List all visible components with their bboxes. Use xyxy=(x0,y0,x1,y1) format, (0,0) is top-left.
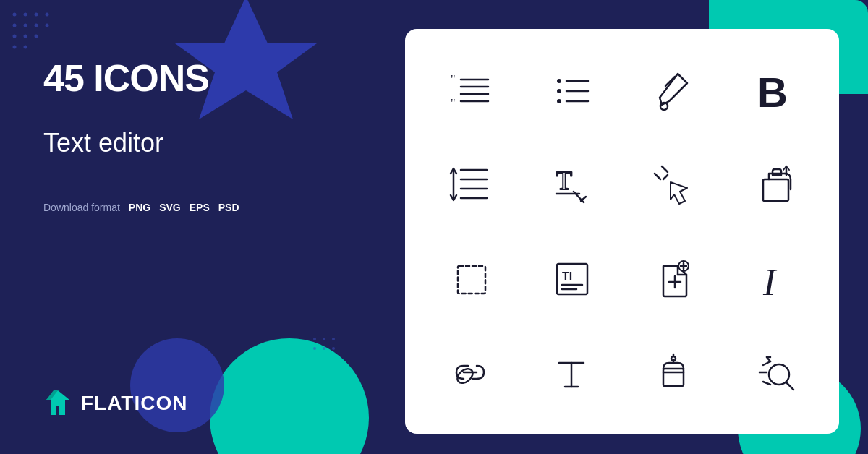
svg-line-63 xyxy=(581,197,586,201)
icon-eyedropper xyxy=(622,43,723,137)
icon-line-spacing xyxy=(420,137,521,231)
svg-text:": " xyxy=(451,97,456,109)
svg-text:I: I xyxy=(762,262,778,303)
icons-count-title: 45 ICONS xyxy=(43,58,318,99)
category-label: Text editor xyxy=(43,128,318,158)
svg-point-46 xyxy=(557,79,561,83)
svg-rect-86 xyxy=(663,369,684,386)
icon-italic: I xyxy=(723,231,825,325)
svg-point-13 xyxy=(24,46,27,49)
svg-point-2 xyxy=(24,13,27,17)
svg-point-10 xyxy=(24,35,27,38)
svg-line-64 xyxy=(662,166,668,172)
svg-point-50 xyxy=(557,99,561,103)
download-format-label: Download format xyxy=(43,202,120,213)
svg-point-34 xyxy=(332,338,335,340)
svg-rect-68 xyxy=(458,266,485,294)
svg-line-92 xyxy=(763,361,770,365)
svg-point-37 xyxy=(332,347,335,350)
svg-point-48 xyxy=(557,89,561,93)
svg-line-94 xyxy=(763,382,770,385)
icon-text xyxy=(521,325,622,419)
icon-paste xyxy=(723,137,825,231)
svg-point-4 xyxy=(46,13,49,17)
format-psd[interactable]: PSD xyxy=(218,202,239,213)
left-content: 45 ICONS Text editor Download format PNG… xyxy=(43,58,318,213)
icon-bold: B xyxy=(723,43,825,137)
svg-point-36 xyxy=(323,347,326,350)
icon-add-document xyxy=(622,231,723,325)
svg-point-35 xyxy=(313,347,316,350)
svg-point-32 xyxy=(313,338,316,340)
svg-point-3 xyxy=(35,13,38,17)
icon-link xyxy=(420,325,521,419)
svg-text:B: B xyxy=(757,69,788,116)
svg-point-7 xyxy=(35,24,38,27)
svg-text:T: T xyxy=(556,166,572,195)
svg-point-8 xyxy=(46,24,49,27)
icon-cursor-click xyxy=(622,137,723,231)
icons-panel: " " B xyxy=(405,29,839,434)
icon-text-block: TI xyxy=(521,231,622,325)
format-png[interactable]: PNG xyxy=(129,202,150,213)
flaticon-logo-icon xyxy=(43,389,72,418)
icon-search-highlight xyxy=(723,325,825,419)
svg-point-12 xyxy=(13,46,17,49)
svg-point-5 xyxy=(13,24,17,27)
svg-point-9 xyxy=(13,35,17,38)
icon-list xyxy=(521,43,622,137)
icon-paint-bucket xyxy=(622,325,723,419)
download-format-section: Download format PNG SVG EPS PSD xyxy=(43,202,318,213)
flaticon-brand[interactable]: FLATICON xyxy=(43,389,187,418)
svg-line-66 xyxy=(663,175,668,179)
brand-name: FLATICON xyxy=(81,392,187,415)
icon-blockquote: " " xyxy=(420,43,521,137)
svg-line-65 xyxy=(655,174,660,179)
svg-point-11 xyxy=(35,35,38,38)
svg-marker-38 xyxy=(46,390,69,415)
svg-text:": " xyxy=(451,73,456,85)
svg-point-33 xyxy=(323,338,326,340)
svg-line-91 xyxy=(786,382,793,390)
format-eps[interactable]: EPS xyxy=(190,202,210,213)
svg-text:TI: TI xyxy=(562,270,572,283)
icon-select-box xyxy=(420,231,521,325)
svg-point-1 xyxy=(13,13,17,17)
svg-rect-67 xyxy=(763,179,788,201)
icon-text-edit: T xyxy=(521,137,622,231)
format-svg[interactable]: SVG xyxy=(159,202,181,213)
svg-point-6 xyxy=(24,24,27,27)
